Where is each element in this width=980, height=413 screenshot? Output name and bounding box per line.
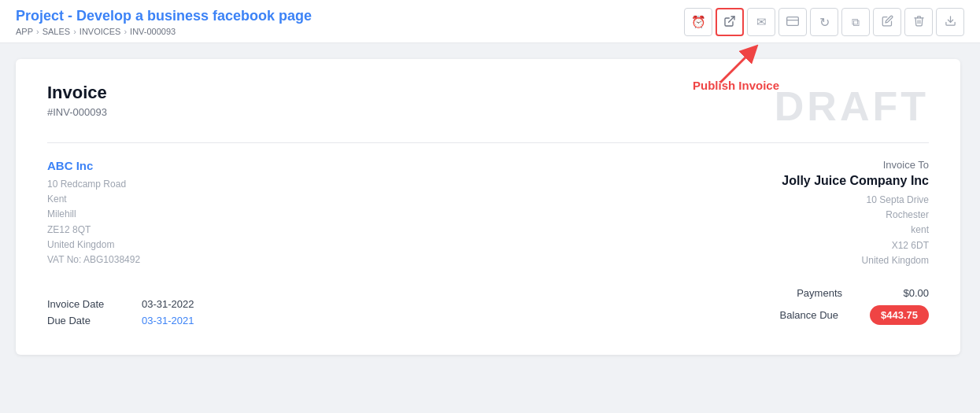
addr-line-2: Kent (47, 192, 140, 207)
balance-row: Balance Due $443.75 (780, 305, 929, 325)
dates-section: Invoice Date 03-31-2022 Due Date 03-31-2… (47, 298, 194, 331)
invoice-card: Invoice #INV-000093 DRAFT ABC Inc 10 Red… (16, 59, 960, 355)
refresh-icon: ↻ (819, 15, 830, 30)
due-date-value: 03-31-2021 (142, 315, 194, 326)
copy-button[interactable]: ⧉ (841, 8, 870, 36)
due-date-row: Due Date 03-31-2021 (47, 315, 194, 326)
due-date-label: Due Date (47, 315, 126, 326)
card-button[interactable] (778, 8, 807, 36)
company-name: ABC Inc (47, 159, 140, 172)
client-addr-1: 10 Septa Drive (782, 193, 929, 208)
sep2: › (73, 27, 76, 36)
alarm-button[interactable]: ⏰ (684, 8, 712, 36)
company-address: 10 Redcamp Road Kent Milehill ZE12 8QT U… (47, 177, 140, 267)
client-addr-2: Rochester (782, 208, 929, 223)
client-name: Jolly Juice Company Inc (782, 174, 929, 188)
addr-line-4: ZE12 8QT (47, 223, 140, 238)
breadcrumb-invoices: INVOICES (80, 27, 121, 36)
delete-icon (913, 15, 925, 29)
download-button[interactable] (936, 8, 964, 36)
sep3: › (124, 27, 127, 36)
breadcrumb: APP › SALES › INVOICES › INV-000093 (16, 27, 312, 36)
toolbar: ⏰ ✉ ↻ (684, 8, 964, 36)
invoice-number: #INV-000093 (47, 106, 107, 118)
addr-line-5: United Kingdom (47, 238, 140, 253)
svg-rect-1 (787, 17, 799, 25)
payments-label: Payments (797, 287, 842, 299)
card-icon (786, 15, 799, 30)
balance-label: Balance Due (780, 309, 838, 321)
payments-section: Payments $0.00 Balance Due $443.75 (780, 287, 929, 331)
company-from: ABC Inc 10 Redcamp Road Kent Milehill ZE… (47, 159, 140, 268)
invoice-to-label: Invoice To (782, 159, 929, 171)
payments-row: Payments $0.00 (780, 287, 929, 299)
client-addr-3: kent (782, 223, 929, 238)
title-breadcrumb: Project - Develop a business facebook pa… (16, 8, 312, 36)
publish-icon (723, 15, 736, 30)
refresh-button[interactable]: ↻ (810, 8, 838, 36)
breadcrumb-sales: SALES (43, 27, 70, 36)
addr-line-3: Milehill (47, 207, 140, 222)
company-section: ABC Inc 10 Redcamp Road Kent Milehill ZE… (47, 159, 929, 268)
page-title: Project - Develop a business facebook pa… (16, 8, 312, 24)
invoice-date-label: Invoice Date (47, 298, 126, 310)
invoice-title-block: Invoice #INV-000093 (47, 83, 107, 118)
payments-value: $0.00 (874, 287, 929, 299)
edit-icon (882, 15, 893, 29)
draft-watermark: DRAFT (775, 83, 929, 130)
breadcrumb-inv: INV-000093 (130, 27, 176, 36)
dates-payments: Invoice Date 03-31-2022 Due Date 03-31-2… (47, 287, 929, 331)
invoice-date-row: Invoice Date 03-31-2022 (47, 298, 194, 310)
email-icon: ✉ (756, 15, 767, 29)
download-icon (945, 15, 956, 29)
client-addr-5: United Kingdom (782, 253, 929, 268)
addr-vat: VAT No: ABG1038492 (47, 253, 140, 267)
svg-line-0 (729, 17, 734, 22)
client-address: 10 Septa Drive Rochester kent X12 6DT Un… (782, 193, 929, 268)
breadcrumb-app: APP (16, 27, 33, 36)
delete-button[interactable] (904, 8, 933, 36)
addr-line-1: 10 Redcamp Road (47, 177, 140, 192)
company-to: Invoice To Jolly Juice Company Inc 10 Se… (782, 159, 929, 268)
alarm-icon: ⏰ (691, 15, 706, 29)
invoice-header: Invoice #INV-000093 DRAFT (47, 83, 929, 143)
email-button[interactable]: ✉ (747, 8, 775, 36)
client-addr-4: X12 6DT (782, 238, 929, 253)
balance-value: $443.75 (870, 305, 929, 325)
content-area: Invoice #INV-000093 DRAFT ABC Inc 10 Red… (0, 43, 980, 371)
publish-button[interactable] (716, 8, 744, 36)
copy-icon: ⧉ (852, 16, 860, 29)
top-bar: Project - Develop a business facebook pa… (0, 0, 980, 43)
invoice-date-value: 03-31-2022 (142, 298, 194, 310)
sep1: › (36, 27, 39, 36)
edit-button[interactable] (873, 8, 901, 36)
invoice-title: Invoice (47, 83, 107, 103)
